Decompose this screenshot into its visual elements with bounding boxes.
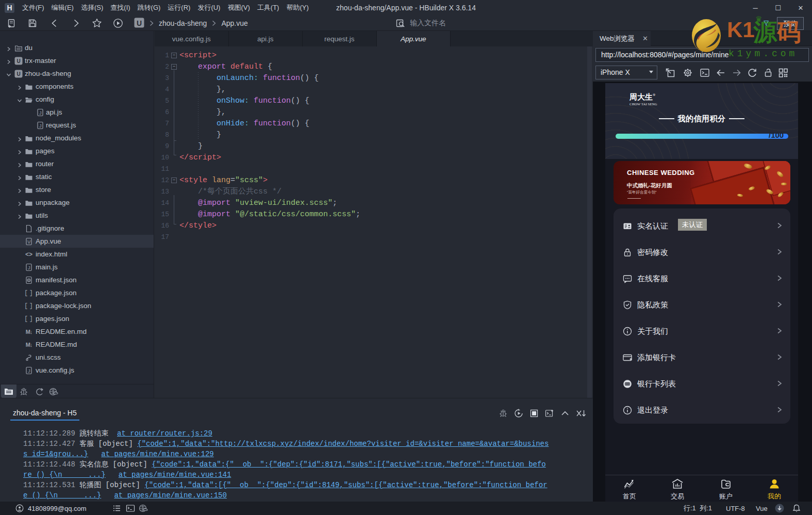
svg-text:J: J	[28, 265, 30, 270]
svg-text:U: U	[137, 19, 142, 27]
svg-text:U: U	[16, 58, 20, 64]
svg-text:J: J	[28, 368, 30, 373]
svg-text:U: U	[16, 71, 20, 77]
svg-text:V: V	[27, 239, 30, 244]
svg-text:J: J	[39, 123, 42, 128]
svg-text:J: J	[39, 110, 42, 115]
